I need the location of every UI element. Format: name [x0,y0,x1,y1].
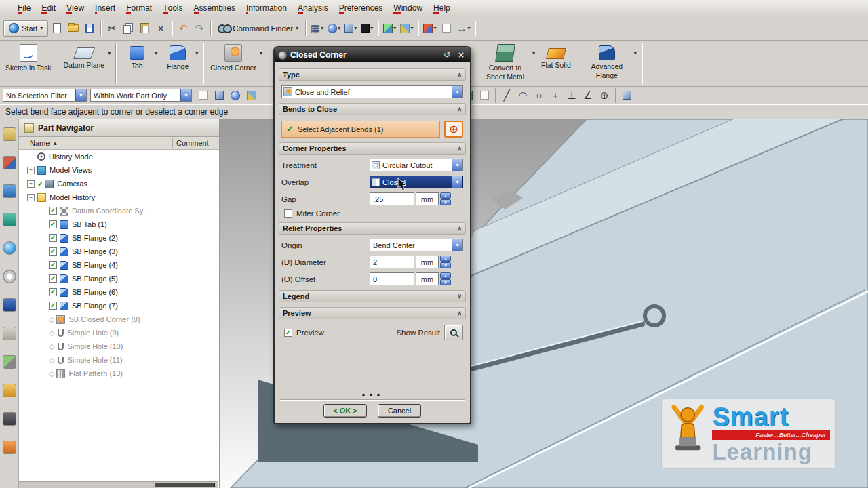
command-finder-button[interactable]: Command Finder ▾ [214,20,302,37]
dropdown-arrow-icon[interactable]: ▼ [452,159,462,171]
ribbon-tab-button[interactable]: Tab▾ [120,42,158,85]
ribbon-advanced-flange-button[interactable]: Advanced Flange▾ [580,42,637,85]
datum-display-icon[interactable] [477,87,492,104]
reuse-library-icon[interactable] [3,213,16,226]
perpendicular-icon[interactable]: ⊥ [564,87,579,104]
tree-row[interactable]: ◇Simple Hole (10) [19,340,219,353]
tree-row[interactable]: ◇Simple Hole (11) [19,353,219,367]
tree-row[interactable]: ◇Simple Hole (9) [19,326,219,340]
menu-edit[interactable]: Edit [36,0,61,16]
feature-checkbox[interactable]: ✓ [49,207,57,215]
gap-unit[interactable]: mm [416,192,439,205]
menu-help[interactable]: Help [428,0,456,16]
copy-icon[interactable] [121,20,136,37]
work-view-icon[interactable] [619,87,634,104]
overlap-dropdown[interactable]: Closed ▼ [370,176,463,188]
tree-row[interactable]: ✓Datum Coordinate Sy... [19,204,219,218]
gap-input[interactable]: .25 [370,192,414,205]
undo-icon[interactable]: ↶ [176,20,191,37]
tree-row[interactable]: ✓SB Flange (2) [19,231,219,245]
show-result-button[interactable] [444,325,463,340]
gap-spinner[interactable]: ▲▼ [440,192,451,205]
display-sphere-icon[interactable]: ▾ [326,20,342,37]
assembly-navigator-icon[interactable] [3,127,16,141]
section-relief-properties[interactable]: Relief Properties ∧ [279,222,466,235]
menu-tools[interactable]: Tools [157,0,188,16]
scrollbar-thumb[interactable] [155,483,215,487]
system-scenes-icon[interactable] [3,412,16,426]
new-file-icon[interactable] [50,20,64,37]
comment-column-header[interactable]: Comment [176,139,209,147]
part-navigator-header[interactable]: Part Navigator [19,119,219,137]
menu-format[interactable]: Format [121,0,157,16]
window-layout-icon[interactable]: ▦▾ [309,20,325,37]
feature-checkbox[interactable]: ✓ [49,234,57,242]
hd3d-tools-icon[interactable] [3,241,16,255]
menu-file[interactable]: File [12,0,36,16]
chevron-down-icon[interactable]: ▾ [260,50,262,56]
feature-checkbox[interactable]: ✓ [49,247,57,256]
offset-spinner[interactable]: ▲▼ [440,272,451,285]
display-cube-icon[interactable]: ▾ [343,20,358,37]
sketch-line-icon[interactable]: ╱ [499,87,514,104]
target-point-icon[interactable]: ⊕ [597,87,612,104]
column-divider[interactable] [172,138,173,148]
feature-checkbox[interactable]: ✓ [49,288,57,296]
ribbon-convert-to-sheet-metal-button[interactable]: Convert to Sheet Metal▾ [479,42,536,85]
diameter-unit[interactable]: mm [416,256,439,268]
miter-corner-checkbox[interactable] [284,209,292,218]
tree-row[interactable]: ✓SB Flange (3) [19,245,219,258]
type-dropdown[interactable]: Close and Relief ▼ [281,85,463,98]
sketch-circle-icon[interactable]: ○ [532,87,547,104]
expand-toggle[interactable]: + [27,167,35,174]
cancel-button[interactable]: Cancel [378,404,421,418]
feature-checkbox[interactable]: ✓ [49,261,57,269]
save-icon[interactable] [82,20,97,37]
web-browser-icon[interactable] [3,270,16,283]
origin-dropdown[interactable]: Bend Center ▼ [370,239,463,251]
chevron-down-icon[interactable]: ▾ [195,50,198,56]
tree-row[interactable]: ✓SB Flange (5) [19,272,219,285]
section-preview[interactable]: Preview ∧ [279,307,466,319]
start-button[interactable]: Start ▾ [3,20,48,37]
ribbon-sketch-in-task-button[interactable]: Sketch in Task [3,42,58,85]
chevron-down-icon[interactable]: ▾ [532,50,535,56]
collapse-toggle[interactable]: − [27,194,35,201]
constraint-navigator-icon[interactable] [3,156,16,169]
cut-icon[interactable]: ✂ [104,20,119,37]
view-orientation-icon[interactable]: ▾ [399,20,414,37]
menu-view[interactable]: View [61,0,90,16]
tree-row[interactable]: +Model Views [19,163,219,177]
part-navigator-icon[interactable] [3,184,16,198]
dropdown-arrow-icon[interactable]: ▼ [75,89,86,101]
measure-icon[interactable]: ↔▾ [455,20,471,37]
dropdown-arrow-icon[interactable]: ▼ [452,176,462,188]
open-file-icon[interactable] [66,20,81,37]
diameter-spinner[interactable]: ▲▼ [440,256,451,268]
feature-checkbox[interactable]: ✓ [49,274,57,283]
expand-toggle[interactable]: + [27,180,35,188]
diameter-input[interactable]: 2 [370,256,414,268]
section-view-icon[interactable]: ▾ [422,20,437,37]
dropdown-arrow-icon[interactable]: ▼ [180,89,191,101]
ribbon-closed-corner-button[interactable]: Closed Corner▾ [208,42,263,85]
tree-row[interactable]: ✓SB Flange (7) [19,299,219,312]
dropdown-arrow-icon[interactable]: ▼ [452,86,462,98]
chevron-down-icon[interactable]: ▾ [108,50,111,56]
snap-point-icon[interactable] [228,87,243,104]
sketch-point-icon[interactable]: + [548,87,563,104]
redo-icon[interactable]: ↷ [192,20,207,37]
spin-down-icon[interactable]: ▼ [440,279,451,285]
dialog-title-bar[interactable]: Closed Corner ↺ × [275,47,470,62]
feature-checkbox[interactable]: ✓ [49,302,57,310]
history-icon[interactable] [3,298,16,312]
tree-row[interactable]: −Model History [19,190,219,204]
tree-row[interactable]: ✓SB Flange (6) [19,285,219,299]
menu-window[interactable]: Window [388,0,428,16]
rendering-style-icon[interactable]: ▾ [382,20,397,37]
section-corner-properties[interactable]: Corner Properties ∧ [279,142,466,155]
selection-filter-combo[interactable]: No Selection Filter ▼ [3,89,87,102]
select-rectangle-icon[interactable] [212,87,226,104]
delete-icon[interactable]: × [153,20,168,37]
chevron-down-icon[interactable]: ▾ [155,50,157,56]
